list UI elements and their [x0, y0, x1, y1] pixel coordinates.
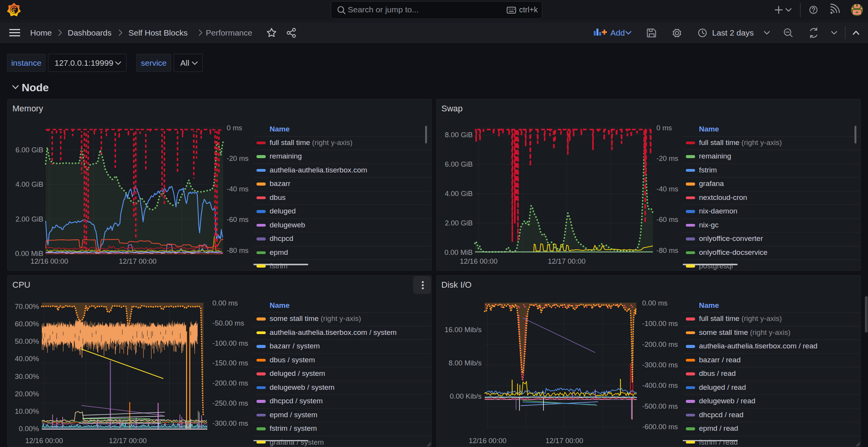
svg-text:12/17 00:00: 12/17 00:00 [119, 257, 157, 265]
svg-text:12/17 00:00: 12/17 00:00 [548, 257, 586, 265]
svg-text:0.00 ms: 0.00 ms [642, 299, 668, 307]
svg-text:-20 ms: -20 ms [227, 154, 249, 162]
svg-text:10.00%: 10.00% [15, 407, 39, 415]
svg-text:0.00 Kib/s: 0.00 Kib/s [450, 392, 482, 400]
svg-text:4.00 GiB: 4.00 GiB [445, 189, 473, 198]
svg-text:12/17 00:00: 12/17 00:00 [109, 437, 147, 445]
svg-text:-60 ms: -60 ms [656, 215, 678, 224]
svg-text:-50.00 ms: -50.00 ms [212, 319, 244, 327]
svg-text:-100.00 ms: -100.00 ms [212, 339, 248, 347]
svg-text:-100.00 ms: -100.00 ms [642, 319, 678, 328]
svg-text:-200.00 ms: -200.00 ms [212, 379, 248, 387]
svg-text:20.00%: 20.00% [15, 390, 39, 398]
svg-text:-60 ms: -60 ms [227, 215, 249, 224]
svg-text:12/16 00:00: 12/16 00:00 [460, 257, 498, 265]
svg-text:-500.00 ms: -500.00 ms [642, 402, 678, 410]
svg-text:-200.00 ms: -200.00 ms [642, 340, 678, 348]
svg-text:0 ms: 0 ms [227, 124, 242, 132]
svg-text:-400.00 ms: -400.00 ms [642, 381, 678, 389]
svg-text:16.00 Mib/s: 16.00 Mib/s [444, 326, 482, 334]
svg-text:12/16 00:00: 12/16 00:00 [469, 437, 507, 445]
svg-text:-250.00 ms: -250.00 ms [212, 399, 248, 407]
svg-text:0.00 ms: 0.00 ms [212, 299, 238, 307]
svg-text:60.00%: 60.00% [15, 320, 39, 328]
svg-text:6.00 GiB: 6.00 GiB [15, 146, 43, 154]
svg-text:12/16 00:00: 12/16 00:00 [25, 437, 63, 445]
svg-text:-300.00 ms: -300.00 ms [212, 419, 248, 427]
svg-text:12/17 00:00: 12/17 00:00 [545, 437, 583, 445]
svg-text:0.00 MiB: 0.00 MiB [15, 249, 43, 258]
svg-text:6.00 GiB: 6.00 GiB [445, 160, 473, 168]
svg-text:0.00%: 0.00% [19, 425, 39, 433]
svg-text:8.00 GiB: 8.00 GiB [445, 131, 473, 139]
svg-text:-80 ms: -80 ms [656, 246, 678, 254]
svg-text:12/16 00:00: 12/16 00:00 [31, 257, 68, 265]
svg-text:-600.00 ms: -600.00 ms [642, 423, 678, 431]
svg-text:-20 ms: -20 ms [656, 154, 678, 162]
svg-text:0.00 MiB: 0.00 MiB [444, 248, 473, 256]
svg-text:50.00%: 50.00% [15, 337, 39, 345]
svg-text:4.00 GiB: 4.00 GiB [15, 180, 43, 188]
svg-text:-150.00 ms: -150.00 ms [212, 359, 248, 367]
svg-text:40.00%: 40.00% [15, 355, 39, 363]
svg-text:-40 ms: -40 ms [227, 185, 249, 193]
svg-text:2.00 GiB: 2.00 GiB [445, 219, 473, 227]
svg-text:-80 ms: -80 ms [227, 246, 249, 254]
svg-text:-300.00 ms: -300.00 ms [642, 361, 678, 369]
svg-text:8.00 Mib/s: 8.00 Mib/s [449, 359, 482, 367]
svg-text:-40 ms: -40 ms [656, 185, 678, 193]
svg-text:0 ms: 0 ms [656, 124, 672, 132]
svg-text:2.00 GiB: 2.00 GiB [15, 215, 43, 223]
svg-text:70.00%: 70.00% [15, 302, 39, 311]
svg-text:30.00%: 30.00% [15, 372, 39, 380]
